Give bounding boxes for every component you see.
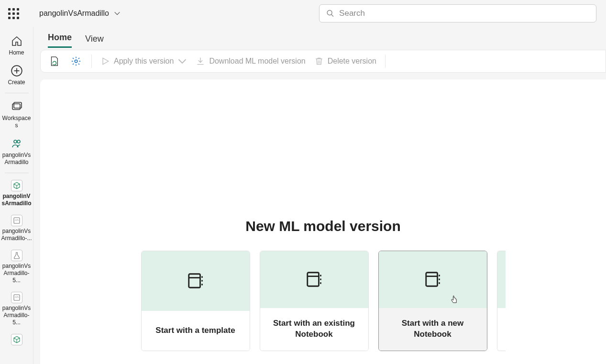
svg-text:</>: </> — [14, 219, 19, 221]
nav-project[interactable]: pangolinVsArmadillo — [0, 133, 33, 170]
card-peek-next[interactable] — [497, 251, 506, 351]
home-icon — [10, 34, 23, 48]
card-label: Start with a new Notebook — [386, 318, 480, 340]
recent-item-label: pangolinVsArmadillo-... — [1, 228, 32, 242]
nav-project-label: pangolinVsArmadillo — [1, 152, 32, 166]
nav-create[interactable]: Create — [0, 60, 33, 90]
gear-icon — [71, 56, 81, 66]
notebook-icon — [305, 270, 323, 288]
tab-home[interactable]: Home — [48, 33, 72, 48]
svg-line-1 — [331, 14, 333, 16]
people-icon — [10, 137, 23, 150]
card-start-template[interactable]: Start with a template — [141, 251, 250, 351]
recent-item-5[interactable] — [0, 330, 33, 349]
svg-rect-19 — [307, 273, 319, 287]
card-start-existing-notebook[interactable]: Start with an existing Notebook — [260, 251, 369, 351]
nav-home-label: Home — [9, 49, 24, 56]
notebook-icon — [424, 270, 442, 288]
chevron-down-icon — [114, 10, 121, 17]
recent-item-2[interactable]: </> pangolinVsArmadillo-... — [0, 211, 33, 246]
app-launcher-button[interactable] — [4, 4, 23, 23]
toolbar: Apply this version Download ML model ver… — [40, 50, 606, 73]
download-version-label: Download ML model version — [209, 57, 305, 66]
apply-version-button[interactable]: Apply this version — [100, 56, 187, 66]
card-label: Start with an existing Notebook — [267, 318, 362, 340]
svg-rect-24 — [426, 273, 437, 287]
page-refresh-icon — [49, 56, 59, 66]
play-icon — [100, 56, 110, 66]
nav-workspaces[interactable]: Workspaces — [0, 96, 33, 133]
card-label: Start with a template — [155, 325, 235, 336]
cube-icon — [11, 334, 22, 345]
delete-version-button[interactable]: Delete version — [314, 56, 376, 66]
svg-point-0 — [327, 11, 332, 15]
cursor-pointer-icon — [450, 295, 459, 305]
tabstrip: Home View — [33, 27, 606, 48]
apply-version-label: Apply this version — [114, 57, 174, 66]
template-cards-row: Start with a template Start with an exis… — [141, 251, 506, 351]
download-version-button[interactable]: Download ML model version — [196, 56, 305, 66]
workspace-picker[interactable]: pangolinVsArmadillo — [39, 9, 121, 18]
nav-create-label: Create — [8, 79, 25, 86]
svg-point-8 — [17, 140, 20, 143]
page-title: New ML model version — [245, 218, 401, 234]
main-content: New ML model version Start with a templa… — [40, 79, 606, 364]
svg-text:</>: </> — [14, 296, 19, 298]
search-input[interactable] — [339, 9, 589, 18]
download-icon — [196, 56, 205, 66]
recent-item-label: pangolinVsArmadillo-5... — [1, 263, 32, 284]
notebook-code-icon: </> — [11, 215, 22, 226]
notebook-code-icon: </> — [11, 292, 22, 303]
notebook-icon — [187, 272, 205, 290]
recent-item-4[interactable]: </> pangolinVsArmadillo-5... — [0, 288, 33, 330]
recent-item-1[interactable]: pangolinVsArmadillo — [0, 176, 33, 211]
workspace-name: pangolinVsArmadillo — [39, 9, 109, 18]
trash-icon — [314, 56, 324, 66]
svg-rect-14 — [188, 274, 200, 288]
nav-home[interactable]: Home — [0, 31, 33, 60]
toolbar-separator — [385, 55, 386, 68]
chevron-down-icon — [177, 56, 187, 66]
recent-item-label: pangolinVsArmadillo — [1, 193, 32, 207]
search-box[interactable] — [319, 4, 596, 22]
settings-button[interactable] — [69, 55, 83, 68]
nav-separator — [5, 93, 29, 93]
svg-point-7 — [14, 140, 17, 143]
workspaces-icon — [10, 100, 23, 113]
recent-item-label: pangolinVsArmadillo-5... — [1, 305, 32, 326]
delete-version-label: Delete version — [328, 57, 376, 66]
svg-point-13 — [75, 60, 77, 63]
create-icon — [10, 64, 23, 77]
tab-view[interactable]: View — [85, 34, 104, 48]
left-nav-rail: Home Create Workspaces pangolinVsArmadil… — [0, 27, 33, 364]
refresh-button[interactable] — [47, 55, 61, 68]
recent-item-3[interactable]: pangolinVsArmadillo-5... — [0, 246, 33, 288]
waffle-icon — [8, 8, 19, 19]
nav-workspaces-label: Workspaces — [1, 115, 32, 129]
search-icon — [326, 9, 334, 18]
cube-icon — [11, 180, 22, 191]
nav-separator — [5, 173, 29, 173]
toolbar-separator — [91, 55, 92, 68]
card-start-new-notebook[interactable]: Start with a new Notebook — [378, 251, 487, 351]
flask-icon — [11, 250, 22, 261]
